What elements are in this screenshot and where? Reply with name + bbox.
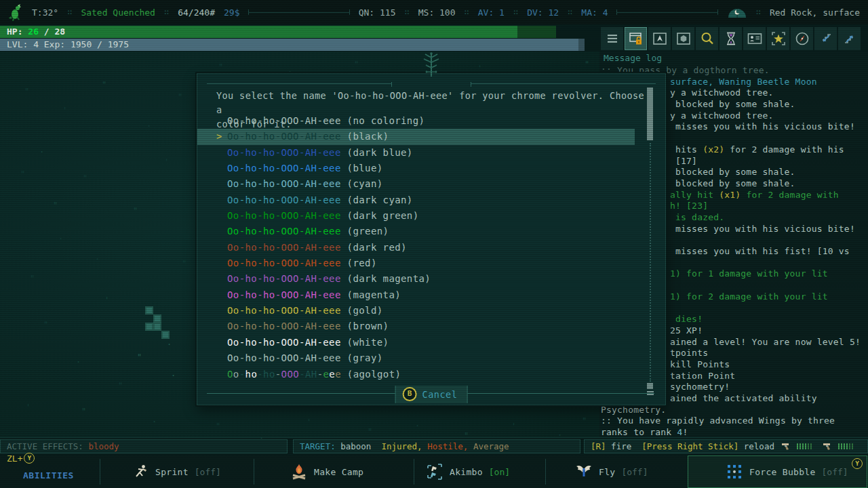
- hp-max: 28: [54, 26, 65, 37]
- ability-akimbo[interactable]: Akimbo [on]: [426, 455, 510, 488]
- separator-dots: ∷: [568, 7, 572, 17]
- ability-state: [off]: [621, 467, 648, 477]
- ability-force-bubble[interactable]: Force Bubble [off] Y: [688, 455, 867, 488]
- gamepad-y-button-icon: Y: [24, 453, 35, 464]
- stairs-up-icon: [842, 30, 858, 47]
- color-option-dark-green[interactable]: Oo-ho-ho-OOO-AH-eee (dark green): [197, 208, 645, 224]
- map-wall-block: [161, 331, 170, 339]
- player-sprite-icon: [8, 3, 23, 21]
- log-line: Psychometry.: [601, 405, 867, 416]
- toolbar-button-favorites[interactable]: [767, 27, 789, 50]
- hp-bar-fill: [0, 26, 517, 38]
- item-name: Oo-ho-ho-OOO-AH-eee: [227, 195, 341, 205]
- scrollbar-thumb[interactable]: [647, 87, 653, 140]
- map-glyph: ": [118, 381, 123, 390]
- search-icon: [699, 30, 715, 47]
- map-glyph: ": [53, 201, 58, 210]
- color-option-dark-red[interactable]: Oo-ho-ho-OOO-AH-eee (dark red): [197, 240, 645, 256]
- color-label: (brown): [341, 321, 389, 331]
- color-picker-dialog: You select the name 'Oo-ho-ho-OOO-AH-eee…: [197, 73, 666, 405]
- akimbo-pistols-icon: [426, 463, 443, 481]
- stairs-down-icon: [818, 30, 834, 47]
- hp-bar: HP: 26 / 28: [0, 26, 556, 38]
- map-glyph: ": [178, 92, 182, 102]
- color-option-cyan[interactable]: Oo-ho-ho-OOO-AH-eee (cyan): [197, 176, 645, 192]
- quickness: QN: 115: [359, 7, 396, 18]
- map-glyph: ': [104, 296, 109, 305]
- toolbar-button-character-sheet[interactable]: [743, 27, 766, 50]
- cancel-button[interactable]: B Cancel: [395, 386, 468, 403]
- hourglass-icon: [723, 30, 739, 47]
- ability-make-camp[interactable]: Make Camp: [290, 455, 363, 488]
- map-glyph: ": [81, 407, 86, 416]
- color-label: (green): [341, 226, 389, 237]
- character-sheet-icon: [747, 30, 763, 47]
- item-name: Oo-ho-ho-OOO-AH-eee: [227, 337, 341, 348]
- map-glyph: ": [585, 60, 589, 69]
- toolbar-button-wait[interactable]: [719, 27, 742, 50]
- divider: [0, 437, 868, 438]
- map-glyph: ': [477, 64, 482, 73]
- separator-dots: ∷: [513, 7, 518, 17]
- color-option-agolgot[interactable]: Oo-ho-ho-OOO-AH-eee (agolgot): [197, 367, 645, 382]
- toolbar-button-menu[interactable]: [601, 27, 623, 50]
- force-bubble-icon: [726, 463, 743, 481]
- compass-icon: [794, 30, 810, 47]
- toolbar-button-search[interactable]: [696, 27, 718, 50]
- color-option-magenta[interactable]: Oo-ho-ho-OOO-AH-eee (magenta): [197, 287, 645, 303]
- game-screen: T:32° ∷ Sated Quenched ∷ 64/240# 29$ QN:…: [0, 0, 868, 488]
- level-exp-bar: LVL: 4 Exp: 1950 / 1975: [0, 39, 585, 51]
- item-name: Oo-ho-ho-OOO-AH-eee: [227, 352, 341, 363]
- color-option-brown[interactable]: Oo-ho-ho-OOO-AH-eee (brown): [197, 319, 645, 334]
- color-option-blue[interactable]: Oo-ho-ho-OOO-AH-eee (blue): [197, 161, 645, 176]
- ability-sprint[interactable]: Sprint [off]: [133, 455, 221, 488]
- missile-weapon-box: [R] fire [Press Right Stick] reload: [584, 439, 868, 453]
- color-option-gray[interactable]: Oo-ho-ho-OOO-AH-eee (gray): [197, 350, 645, 366]
- map-glyph: .: [415, 419, 420, 428]
- map-glyph: .: [58, 232, 63, 241]
- color-option-dark-magenta[interactable]: Oo-ho-ho-OOO-AH-eee (dark magenta): [197, 271, 645, 287]
- color-option-list: Oo-ho-ho-OOO-AH-eee (no coloring)>Oo-ho-…: [197, 113, 645, 382]
- map-glyph: ": [20, 169, 25, 179]
- map-glyph: ": [354, 60, 359, 69]
- toolbar-button-nearby-objects[interactable]: [672, 27, 694, 50]
- color-option-no-coloring[interactable]: Oo-ho-ho-OOO-AH-eee (no coloring): [197, 113, 645, 129]
- color-label: (magenta): [341, 289, 401, 300]
- color-option-red[interactable]: Oo-ho-ho-OOO-AH-eee (red): [197, 256, 645, 271]
- map-glyph: ": [24, 87, 29, 96]
- color-option-black[interactable]: >Oo-ho-ho-OOO-AH-eee (black): [197, 129, 635, 144]
- moon-phase-icon: [727, 7, 747, 18]
- toolbar-button-minimap-lock[interactable]: [625, 27, 647, 50]
- map-glyph: .: [557, 428, 562, 438]
- map-wall-block: [145, 323, 153, 331]
- toolbar-button-look[interactable]: [648, 27, 671, 50]
- top-status-bar: T:32° ∷ Sated Quenched ∷ 64/240# 29$ QN:…: [0, 0, 868, 24]
- hp-text: HP: 26 / 28: [7, 26, 65, 37]
- ability-fly[interactable]: Fly [off]: [575, 455, 648, 488]
- divider: [545, 459, 546, 485]
- color-option-green[interactable]: Oo-ho-ho-OOO-AH-eee (green): [197, 224, 645, 239]
- toolbar-button-stairs-down[interactable]: [814, 27, 837, 50]
- scrollbar-end-cap: [647, 383, 653, 389]
- abilities-hotkey: ZL+ Y: [7, 453, 35, 464]
- color-option-gold[interactable]: Oo-ho-ho-OOO-AH-eee (gold): [197, 303, 645, 319]
- revolver-icon: [781, 442, 791, 451]
- message-log-title: Message log: [604, 53, 662, 63]
- color-label: (gold): [341, 305, 383, 316]
- map-glyph: ": [368, 427, 372, 436]
- toolbar-button-autoexplore[interactable]: [791, 27, 813, 50]
- color-option-dark-blue[interactable]: Oo-ho-ho-OOO-AH-eee (dark blue): [197, 145, 645, 161]
- abilities-panel-button[interactable]: ABILITIES: [23, 470, 74, 481]
- dialog-scrollbar[interactable]: [647, 87, 653, 380]
- separator-dots: ∷: [164, 7, 169, 17]
- toolbar-button-stairs-up[interactable]: [838, 27, 861, 50]
- separator-dots: ∷: [405, 7, 410, 17]
- color-option-white[interactable]: Oo-ho-ho-OOO-AH-eee (white): [197, 335, 645, 350]
- map-glyph: ': [307, 418, 311, 427]
- ability-bar: ZL+ Y ABILITIES Sprint [off] Make Camp: [0, 455, 868, 488]
- map-glyph: ": [582, 416, 587, 426]
- divider: [100, 459, 100, 485]
- color-option-dark-cyan[interactable]: Oo-ho-ho-OOO-AH-eee (dark cyan): [197, 192, 645, 208]
- item-name: Oo-ho-ho-OOO-AH-eee: [227, 210, 341, 221]
- dialog-top-rule: [471, 83, 656, 84]
